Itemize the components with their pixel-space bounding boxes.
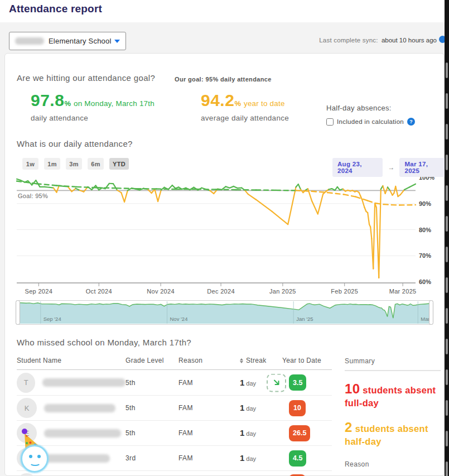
column-header-year-to-date: Year to Date [267, 357, 332, 364]
svg-text:Oct 2024: Oct 2024 [86, 288, 112, 295]
svg-text:60%: 60% [419, 278, 431, 285]
svg-text:Mar 2025: Mar 2025 [389, 288, 417, 295]
table-row[interactable]: E5thFAM1day26.5 [17, 420, 332, 445]
range-button-1m[interactable]: 1m [44, 158, 60, 170]
svg-text:Jan 2025: Jan 2025 [269, 288, 296, 295]
ytd-attendance-caption: average daily attendance [201, 114, 289, 122]
edge-strip-segment [446, 216, 448, 232]
school-selector-label: Elementary School [49, 37, 112, 45]
chevron-down-icon [114, 40, 120, 43]
year-to-date-cell: 26.5 [267, 425, 332, 441]
half-day-absences-block: Half-day absences: Included in calculati… [326, 104, 415, 126]
daily-attendance-context: on Monday, March 17th [74, 99, 155, 108]
help-icon[interactable]: ? [407, 118, 415, 126]
grade-level-cell: 5th [125, 404, 178, 412]
svg-text:70%: 70% [419, 252, 431, 259]
edge-strip-segment [446, 277, 448, 293]
last-sync-status: Last complete sync: about 10 hours ago [319, 37, 437, 44]
party-hat-pom [22, 429, 27, 434]
edge-strip-segment [446, 461, 448, 476]
range-button-6m[interactable]: 6m [88, 158, 104, 170]
table-row[interactable]: T5thFAM1day3.5 [17, 370, 332, 395]
column-header-student-name: Student Name [17, 357, 125, 364]
attendance-chart: Goal: 95%Sep 2024Oct 2024Nov 2024Dec 202… [12, 173, 445, 297]
student-name-cell: K [17, 398, 125, 418]
streak-cell: 1day [240, 453, 267, 463]
svg-text:Sep 2024: Sep 2024 [25, 288, 53, 295]
column-header-grade-level: Grade Level [125, 357, 178, 364]
svg-text:Feb 2025: Feb 2025 [331, 288, 358, 295]
streak-cell: 1day [240, 378, 267, 388]
student-avatar: K [17, 398, 37, 418]
daily-attendance-metric: 97.8 % on Monday, March 17th daily atten… [31, 91, 155, 122]
ytd-attendance-metric: 94.2 % year to date average daily attend… [201, 91, 289, 122]
ytd-badge: 4.5 [289, 450, 306, 467]
range-button-1w[interactable]: 1w [22, 158, 38, 170]
attendance-table-body: T5thFAM1day3.5K5thFAM1day10E5thFAM1day26… [17, 370, 332, 476]
ytd-badge: 26.5 [289, 425, 310, 441]
svg-text:Jan '25: Jan '25 [296, 316, 313, 322]
smiley-face-icon [21, 445, 49, 473]
table-row[interactable] [17, 470, 332, 476]
svg-text:Goal: 95%: Goal: 95% [18, 193, 48, 199]
svg-text:Nov '24: Nov '24 [170, 316, 188, 322]
column-header-reason: Reason [178, 357, 240, 364]
year-to-date-cell [267, 474, 332, 476]
svg-text:80%: 80% [419, 227, 431, 233]
half-day-checkbox[interactable] [326, 118, 334, 126]
ytd-attendance-unit: % [234, 99, 241, 108]
daily-attendance-caption: daily attendance [31, 114, 155, 122]
sort-icon[interactable] [240, 358, 243, 363]
grade-level-cell: 5th [125, 379, 178, 387]
page-title: Attendance report [9, 3, 102, 15]
edge-strip-segment [446, 369, 448, 385]
summary-panel: Summary 10students absent full-day2stude… [345, 357, 441, 476]
summary-stats: 10students absent full-day2students abse… [345, 380, 441, 448]
sync-value: about 10 hours ago [382, 37, 437, 44]
attendance-report-page: Attendance report Elementary School Last… [0, 0, 449, 476]
svg-text:Nov 2024: Nov 2024 [147, 288, 175, 295]
edge-strip-segment [446, 62, 448, 78]
ytd-attendance-value: 94.2 [201, 91, 234, 110]
daily-attendance-value: 97.8 [31, 91, 64, 110]
table-row[interactable]: K5thFAM1day10 [17, 395, 332, 420]
column-header-streak[interactable]: Streak [240, 357, 267, 364]
edge-strip-segment [446, 93, 448, 109]
trend-arrow-box[interactable] [267, 373, 286, 392]
svg-text:90%: 90% [419, 200, 431, 207]
edge-strip-segment [446, 247, 448, 262]
half-day-label: Half-day absences: [326, 104, 415, 112]
summary-stat-red: 10students absent full-day [345, 380, 441, 410]
svg-text:Sep '24: Sep '24 [44, 316, 61, 322]
range-button-3m[interactable]: 3m [66, 158, 82, 170]
right-edge-strip [445, 0, 449, 476]
goal-note: Our goal: 95% daily attendance [175, 76, 272, 83]
attendance-chart-wrap: Goal: 95%Sep 2024Oct 2024Nov 2024Dec 202… [12, 173, 445, 299]
streak-cell: 1day [240, 403, 267, 413]
table-row[interactable]: 3rdFAM1day4.5 [17, 445, 332, 470]
school-selector[interactable]: Elementary School [9, 32, 126, 50]
chart-navigator-wrap[interactable]: Sep '24Nov '24Jan '25Mar '25 [16, 300, 433, 327]
student-name-cell: T [17, 373, 125, 393]
ytd-badge [289, 474, 306, 476]
date-range-arrow: → [388, 164, 394, 171]
reason-heading: Reason [345, 460, 441, 468]
school-name-redacted [15, 37, 44, 45]
attendance-table-header: Student NameGrade LevelReasonStreakYear … [17, 357, 332, 370]
ytd-attendance-context: year to date [244, 99, 285, 108]
reason-cell: FAM [178, 379, 240, 387]
date-to-button[interactable]: Mar 17, 2025 [399, 158, 449, 177]
student-avatar: T [17, 373, 35, 393]
year-to-date-cell: 10 [267, 400, 332, 416]
student-name-redacted [42, 378, 125, 387]
party-face-avatar [16, 429, 58, 476]
range-button-ytd[interactable]: YTD [109, 158, 129, 170]
chart-navigator[interactable]: Sep '24Nov '24Jan '25Mar '25 [16, 300, 433, 325]
year-to-date-cell: 3.5 [267, 374, 332, 391]
daily-attendance-unit: % [64, 99, 71, 108]
date-from-button[interactable]: Aug 23, 2024 [332, 158, 383, 177]
year-to-date-cell: 4.5 [267, 450, 332, 467]
attendance-table: Student NameGrade LevelReasonStreakYear … [17, 357, 332, 476]
reason-cell: FAM [178, 454, 240, 462]
date-range: Aug 23, 2024 → Mar 17, 2025 [332, 158, 449, 177]
